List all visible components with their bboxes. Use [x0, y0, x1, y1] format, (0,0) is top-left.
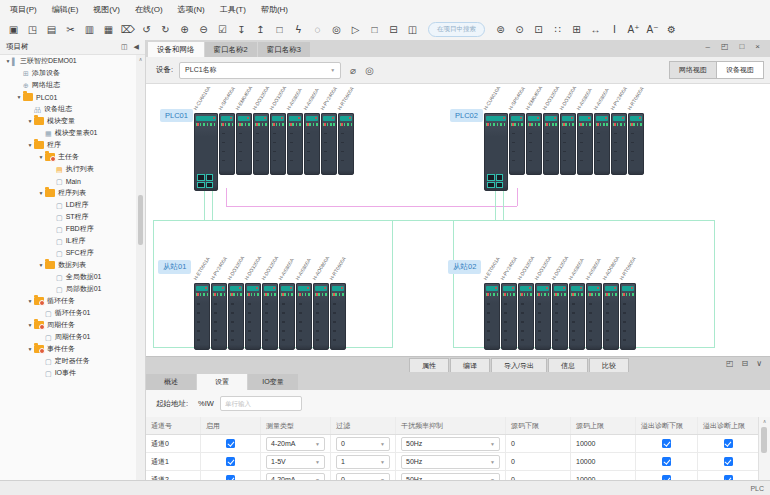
io-module[interactable]: [484, 283, 500, 350]
restore-icon[interactable]: ◰: [721, 42, 729, 51]
tree-item[interactable]: ▢周期任务01: [0, 331, 136, 343]
io-module[interactable]: [611, 113, 627, 175]
find-icon[interactable]: ◎: [329, 22, 344, 37]
tree-item[interactable]: ▼周期任务: [0, 319, 136, 331]
menu-item[interactable]: 在线(O): [135, 4, 163, 15]
io-module[interactable]: [330, 283, 346, 350]
tree-item[interactable]: ▢LD程序: [0, 199, 136, 211]
tree-item[interactable]: ▢IL程序: [0, 235, 136, 247]
square-dot-icon[interactable]: ⊡: [531, 22, 546, 37]
panel-tab[interactable]: 设置: [197, 374, 247, 390]
tree-item[interactable]: ▼循环任务: [0, 295, 136, 307]
tree-item[interactable]: ▢IO事件: [0, 367, 136, 379]
tree-item[interactable]: ▼事件任务: [0, 343, 136, 355]
pin-panel-icon[interactable]: ◫: [121, 43, 128, 51]
tree-item[interactable]: ▢定时器任务: [0, 355, 136, 367]
view-button[interactable]: 设备视图: [717, 61, 764, 79]
run-icon[interactable]: ▷: [348, 22, 363, 37]
io-module[interactable]: [569, 283, 585, 350]
sidebar-scrollbar[interactable]: ∧: [136, 55, 145, 481]
checkbox-checked[interactable]: [662, 457, 671, 466]
close-icon[interactable]: ×: [755, 42, 760, 51]
font-increase-icon[interactable]: A⁺: [626, 22, 641, 37]
tree-expand-icon[interactable]: ▼: [26, 142, 34, 148]
io-module[interactable]: [560, 113, 576, 175]
minimize-icon[interactable]: –: [705, 42, 709, 51]
io-module[interactable]: [509, 113, 525, 175]
print-icon[interactable]: ⊜: [493, 22, 508, 37]
editor-tab[interactable]: 窗口名称3: [258, 42, 310, 57]
font-decrease-icon[interactable]: A⁻: [645, 22, 660, 37]
redo-icon[interactable]: ↻: [158, 22, 173, 37]
io-module[interactable]: [603, 283, 619, 350]
tree-expand-icon[interactable]: ▼: [26, 298, 34, 304]
start-address-input[interactable]: [220, 396, 302, 411]
tree-item[interactable]: ▼PLC01: [0, 91, 136, 103]
tree-item[interactable]: ▼程序: [0, 139, 136, 151]
monitor-icon[interactable]: □: [272, 22, 287, 37]
checkbox-checked[interactable]: [724, 457, 733, 466]
tree-item[interactable]: ▤执行列表: [0, 163, 136, 175]
delete-icon[interactable]: ⌦: [120, 22, 135, 37]
io-module[interactable]: [526, 113, 542, 175]
io-module[interactable]: [270, 113, 286, 175]
panel-tab[interactable]: IO变量: [248, 374, 298, 390]
cell-select[interactable]: 50Hz▼: [401, 437, 500, 451]
tree-item[interactable]: ▼模块变量: [0, 115, 136, 127]
io-module[interactable]: [304, 113, 320, 175]
table-scrollbar[interactable]: ∧: [758, 417, 770, 481]
tree-item[interactable]: ▼程序列表: [0, 187, 136, 199]
stop-icon[interactable]: □: [367, 22, 382, 37]
io-module[interactable]: [628, 113, 644, 175]
cpu-module[interactable]: [484, 113, 508, 191]
collapse-panel-icon[interactable]: ◀: [134, 43, 139, 51]
fit-height-icon[interactable]: Ⅰ: [607, 22, 622, 37]
tree-item[interactable]: ▢ST程序: [0, 211, 136, 223]
maximize-icon[interactable]: □: [739, 42, 744, 51]
tree-item[interactable]: ▼数据列表: [0, 259, 136, 271]
menu-item[interactable]: 帮助(H): [261, 4, 288, 15]
zoom-percent-icon[interactable]: ⌀: [350, 65, 356, 76]
tree-item[interactable]: ▢Main: [0, 175, 136, 187]
menu-item[interactable]: 工具(T): [220, 4, 246, 15]
cut-icon[interactable]: ✂: [63, 22, 78, 37]
compile-icon[interactable]: ☑: [215, 22, 230, 37]
menu-item[interactable]: 编辑(E): [52, 4, 79, 15]
menu-item[interactable]: 项目(P): [10, 4, 37, 15]
tree-expand-icon[interactable]: ▼: [26, 118, 34, 124]
tree-item[interactable]: ▢循环任务01: [0, 307, 136, 319]
io-module[interactable]: [518, 283, 534, 350]
io-module[interactable]: [253, 113, 269, 175]
online-icon[interactable]: ϟ: [291, 22, 306, 37]
scale-icon[interactable]: ∷: [550, 22, 565, 37]
io-module[interactable]: [543, 113, 559, 175]
checkbox-checked[interactable]: [724, 439, 733, 448]
tree-item[interactable]: ▢SFC程序: [0, 247, 136, 259]
io-module[interactable]: [552, 283, 568, 350]
io-module[interactable]: [313, 283, 329, 350]
dock-panel-icon[interactable]: ⊟: [741, 359, 748, 368]
cpu-module[interactable]: [194, 113, 218, 191]
io-module[interactable]: [594, 113, 610, 175]
tree-item[interactable]: ▢局部数据01: [0, 283, 136, 295]
io-module[interactable]: [586, 283, 602, 350]
open-project-icon[interactable]: ◳: [25, 22, 40, 37]
editor-tab[interactable]: 设备和网络: [148, 42, 204, 57]
io-module[interactable]: [219, 113, 235, 175]
download-icon[interactable]: ↧: [234, 22, 249, 37]
io-module[interactable]: [262, 283, 278, 350]
view-button[interactable]: 网络视图: [669, 61, 717, 79]
split-v-icon[interactable]: ◫: [405, 22, 420, 37]
cell-select[interactable]: 1-5V▼: [266, 455, 325, 469]
split-h-icon[interactable]: ⊟: [386, 22, 401, 37]
tree-item[interactable]: ⊕网络组态: [0, 79, 136, 91]
new-project-icon[interactable]: ▣: [6, 22, 21, 37]
editor-tab[interactable]: 窗口名称2: [205, 42, 257, 57]
io-module[interactable]: [620, 283, 636, 350]
scroll-up-icon[interactable]: ∧: [759, 418, 770, 424]
fit-width-icon[interactable]: ↔: [588, 22, 603, 37]
tree-expand-icon[interactable]: ▼: [15, 94, 23, 100]
tree-item[interactable]: ▼▌三联智控DEMO01: [0, 55, 136, 67]
tree-expand-icon[interactable]: ▼: [37, 190, 45, 196]
tree-expand-icon[interactable]: ▼: [37, 262, 45, 268]
